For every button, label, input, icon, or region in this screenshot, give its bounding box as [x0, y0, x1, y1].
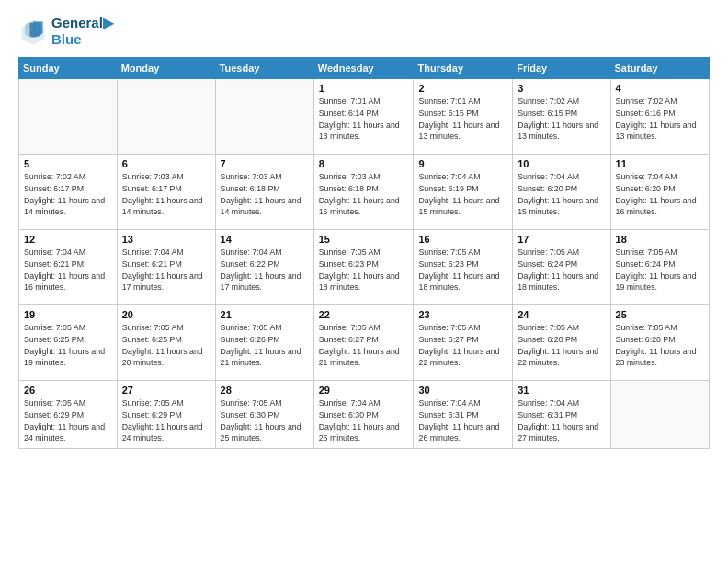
day-number: 16 [418, 234, 507, 245]
day-number: 23 [418, 309, 507, 320]
week-row-4: 19Sunrise: 7:05 AM Sunset: 6:25 PM Dayli… [19, 305, 710, 381]
day-info: Sunrise: 7:04 AM Sunset: 6:20 PM Dayligh… [616, 171, 704, 218]
calendar-cell: 11Sunrise: 7:04 AM Sunset: 6:20 PM Dayli… [610, 155, 709, 230]
calendar-cell: 27Sunrise: 7:05 AM Sunset: 6:29 PM Dayli… [117, 381, 215, 449]
calendar-cell: 12Sunrise: 7:04 AM Sunset: 6:21 PM Dayli… [19, 230, 118, 305]
day-info: Sunrise: 7:02 AM Sunset: 6:16 PM Dayligh… [616, 96, 704, 143]
calendar-cell: 19Sunrise: 7:05 AM Sunset: 6:25 PM Dayli… [19, 305, 118, 381]
calendar-cell: 26Sunrise: 7:05 AM Sunset: 6:29 PM Dayli… [19, 381, 118, 449]
week-row-1: 1Sunrise: 7:01 AM Sunset: 6:14 PM Daylig… [19, 79, 710, 155]
logo: General▶ Blue [18, 15, 114, 48]
day-info: Sunrise: 7:04 AM Sunset: 6:19 PM Dayligh… [418, 171, 507, 218]
calendar-cell: 9Sunrise: 7:04 AM Sunset: 6:19 PM Daylig… [414, 155, 513, 230]
day-number: 15 [319, 234, 409, 245]
week-row-3: 12Sunrise: 7:04 AM Sunset: 6:21 PM Dayli… [19, 230, 710, 305]
calendar-cell: 10Sunrise: 7:04 AM Sunset: 6:20 PM Dayli… [513, 155, 610, 230]
day-info: Sunrise: 7:05 AM Sunset: 6:25 PM Dayligh… [24, 322, 112, 369]
calendar-cell: 1Sunrise: 7:01 AM Sunset: 6:14 PM Daylig… [313, 79, 414, 155]
calendar-cell: 5Sunrise: 7:02 AM Sunset: 6:17 PM Daylig… [19, 155, 118, 230]
day-number: 28 [221, 385, 309, 396]
day-info: Sunrise: 7:05 AM Sunset: 6:24 PM Dayligh… [616, 247, 704, 293]
day-number: 29 [319, 385, 409, 396]
calendar-cell [19, 79, 118, 155]
day-number: 31 [518, 385, 605, 396]
day-number: 2 [418, 83, 507, 94]
calendar-cell: 24Sunrise: 7:05 AM Sunset: 6:28 PM Dayli… [513, 305, 610, 381]
day-info: Sunrise: 7:05 AM Sunset: 6:30 PM Dayligh… [221, 397, 309, 444]
week-row-5: 26Sunrise: 7:05 AM Sunset: 6:29 PM Dayli… [19, 381, 710, 449]
day-number: 6 [122, 158, 210, 169]
day-info: Sunrise: 7:05 AM Sunset: 6:25 PM Dayligh… [122, 322, 210, 369]
day-info: Sunrise: 7:04 AM Sunset: 6:21 PM Dayligh… [24, 247, 112, 293]
header: General▶ Blue [18, 15, 710, 48]
calendar-cell [117, 79, 215, 155]
weekday-header-friday: Friday [513, 58, 610, 79]
day-info: Sunrise: 7:02 AM Sunset: 6:15 PM Dayligh… [518, 96, 605, 143]
day-info: Sunrise: 7:05 AM Sunset: 6:23 PM Dayligh… [319, 247, 409, 293]
day-info: Sunrise: 7:02 AM Sunset: 6:17 PM Dayligh… [24, 171, 112, 218]
calendar-cell [215, 79, 313, 155]
day-number: 21 [221, 309, 309, 320]
day-info: Sunrise: 7:05 AM Sunset: 6:29 PM Dayligh… [24, 397, 112, 444]
calendar-cell: 13Sunrise: 7:04 AM Sunset: 6:21 PM Dayli… [117, 230, 215, 305]
logo-icon [18, 17, 48, 46]
weekday-header-saturday: Saturday [610, 58, 709, 79]
calendar-cell: 16Sunrise: 7:05 AM Sunset: 6:23 PM Dayli… [414, 230, 513, 305]
calendar-cell: 4Sunrise: 7:02 AM Sunset: 6:16 PM Daylig… [610, 79, 709, 155]
day-number: 14 [221, 234, 309, 245]
day-number: 18 [616, 234, 704, 245]
day-number: 27 [122, 385, 210, 396]
weekday-header-monday: Monday [117, 58, 215, 79]
day-number: 9 [418, 158, 507, 169]
calendar-cell: 21Sunrise: 7:05 AM Sunset: 6:26 PM Dayli… [215, 305, 313, 381]
calendar-cell: 18Sunrise: 7:05 AM Sunset: 6:24 PM Dayli… [610, 230, 709, 305]
day-info: Sunrise: 7:04 AM Sunset: 6:31 PM Dayligh… [518, 397, 605, 444]
day-info: Sunrise: 7:01 AM Sunset: 6:15 PM Dayligh… [418, 96, 507, 143]
day-number: 19 [24, 309, 112, 320]
day-info: Sunrise: 7:05 AM Sunset: 6:26 PM Dayligh… [221, 322, 309, 369]
day-info: Sunrise: 7:05 AM Sunset: 6:27 PM Dayligh… [319, 322, 409, 369]
calendar-cell: 3Sunrise: 7:02 AM Sunset: 6:15 PM Daylig… [513, 79, 610, 155]
day-number: 22 [319, 309, 409, 320]
calendar-cell: 20Sunrise: 7:05 AM Sunset: 6:25 PM Dayli… [117, 305, 215, 381]
day-info: Sunrise: 7:05 AM Sunset: 6:28 PM Dayligh… [518, 322, 605, 369]
day-number: 1 [319, 83, 409, 94]
day-info: Sunrise: 7:03 AM Sunset: 6:18 PM Dayligh… [221, 171, 309, 218]
weekday-header-row: SundayMondayTuesdayWednesdayThursdayFrid… [19, 58, 710, 79]
day-info: Sunrise: 7:05 AM Sunset: 6:29 PM Dayligh… [122, 397, 210, 444]
day-number: 8 [319, 158, 409, 169]
calendar-cell: 28Sunrise: 7:05 AM Sunset: 6:30 PM Dayli… [215, 381, 313, 449]
calendar-cell: 29Sunrise: 7:04 AM Sunset: 6:30 PM Dayli… [313, 381, 414, 449]
day-info: Sunrise: 7:04 AM Sunset: 6:30 PM Dayligh… [319, 397, 409, 444]
day-number: 4 [616, 83, 704, 94]
page: General▶ Blue SundayMondayTuesdayWednesd… [0, 0, 728, 563]
calendar-cell: 30Sunrise: 7:04 AM Sunset: 6:31 PM Dayli… [414, 381, 513, 449]
day-number: 17 [518, 234, 605, 245]
day-info: Sunrise: 7:04 AM Sunset: 6:20 PM Dayligh… [518, 171, 605, 218]
weekday-header-wednesday: Wednesday [313, 58, 414, 79]
calendar-cell: 2Sunrise: 7:01 AM Sunset: 6:15 PM Daylig… [414, 79, 513, 155]
day-number: 20 [122, 309, 210, 320]
day-info: Sunrise: 7:04 AM Sunset: 6:21 PM Dayligh… [122, 247, 210, 293]
calendar: SundayMondayTuesdayWednesdayThursdayFrid… [18, 57, 710, 449]
calendar-cell: 25Sunrise: 7:05 AM Sunset: 6:28 PM Dayli… [610, 305, 709, 381]
day-info: Sunrise: 7:05 AM Sunset: 6:28 PM Dayligh… [616, 322, 704, 369]
logo-text: General▶ Blue [51, 15, 114, 48]
day-info: Sunrise: 7:04 AM Sunset: 6:31 PM Dayligh… [418, 397, 507, 444]
day-info: Sunrise: 7:05 AM Sunset: 6:24 PM Dayligh… [518, 247, 605, 293]
day-number: 25 [616, 309, 704, 320]
day-number: 3 [518, 83, 605, 94]
day-number: 12 [24, 234, 112, 245]
day-number: 11 [616, 158, 704, 169]
weekday-header-thursday: Thursday [414, 58, 513, 79]
calendar-cell: 6Sunrise: 7:03 AM Sunset: 6:17 PM Daylig… [117, 155, 215, 230]
day-info: Sunrise: 7:01 AM Sunset: 6:14 PM Dayligh… [319, 96, 409, 143]
day-number: 13 [122, 234, 210, 245]
day-number: 24 [518, 309, 605, 320]
calendar-cell: 7Sunrise: 7:03 AM Sunset: 6:18 PM Daylig… [215, 155, 313, 230]
day-number: 5 [24, 158, 112, 169]
calendar-cell [610, 381, 709, 449]
calendar-cell: 31Sunrise: 7:04 AM Sunset: 6:31 PM Dayli… [513, 381, 610, 449]
calendar-cell: 23Sunrise: 7:05 AM Sunset: 6:27 PM Dayli… [414, 305, 513, 381]
day-number: 30 [418, 385, 507, 396]
